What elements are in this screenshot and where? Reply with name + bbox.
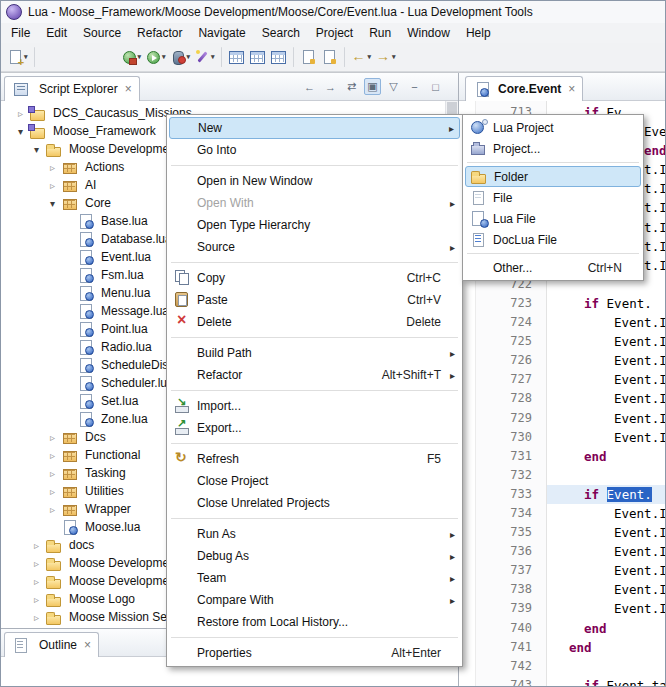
menu-item[interactable]: Refactor Alt+Shift+T bbox=[169, 364, 460, 386]
twistie-icon[interactable] bbox=[13, 108, 28, 119]
debug-icon[interactable]: ▾ bbox=[168, 44, 193, 70]
menu-item[interactable] bbox=[169, 333, 460, 342]
menu-item[interactable] bbox=[169, 258, 460, 267]
maximize-icon[interactable]: □ bbox=[427, 78, 444, 95]
menu-item[interactable]: Open Type Hierarchy bbox=[169, 214, 460, 236]
menu-item[interactable]: Team bbox=[169, 567, 460, 589]
twistie-icon[interactable] bbox=[45, 432, 60, 443]
menubar-item[interactable]: Search bbox=[254, 24, 308, 42]
menu-item[interactable]: Open in New Window bbox=[169, 170, 460, 192]
toolbar-separator[interactable] bbox=[344, 47, 345, 67]
code-line[interactable]: Event.Ini bbox=[547, 313, 665, 332]
table-view-icon[interactable] bbox=[268, 44, 289, 70]
code-line[interactable]: Event.Ini bbox=[547, 351, 665, 370]
menu-item[interactable] bbox=[169, 161, 460, 170]
table-view-icon[interactable] bbox=[247, 44, 268, 70]
twistie-icon[interactable] bbox=[45, 198, 60, 209]
menubar-item[interactable]: File bbox=[3, 24, 38, 42]
table-view-icon[interactable] bbox=[226, 44, 247, 70]
code-line[interactable]: end bbox=[547, 447, 665, 466]
code-line[interactable]: if Event. bbox=[547, 294, 665, 313]
menu-item[interactable]: Copy Ctrl+C bbox=[169, 267, 460, 289]
twistie-icon[interactable] bbox=[45, 450, 60, 461]
menu-item[interactable]: Folder bbox=[465, 166, 641, 187]
menu-item[interactable]: DocLua File bbox=[465, 229, 641, 250]
menubar-item[interactable]: Source bbox=[75, 24, 129, 42]
menubar-item[interactable]: Run bbox=[361, 24, 399, 42]
twistie-icon[interactable] bbox=[29, 540, 44, 551]
focus-icon[interactable]: ▣ bbox=[364, 78, 381, 95]
external-tools-icon[interactable]: ▾ bbox=[119, 44, 144, 70]
code-line[interactable]: Event.Ini bbox=[547, 389, 665, 408]
prev-annotation-icon[interactable] bbox=[319, 44, 340, 70]
menu-item[interactable] bbox=[169, 386, 460, 395]
menu-item[interactable]: Import... bbox=[169, 395, 460, 417]
twistie-icon[interactable] bbox=[45, 504, 60, 515]
menubar-item[interactable]: Project bbox=[308, 24, 361, 42]
code-line[interactable] bbox=[547, 657, 665, 676]
menubar-item[interactable]: Help bbox=[458, 24, 499, 42]
menu-item[interactable]: New bbox=[169, 117, 460, 139]
menu-item[interactable]: Restore from Local History... bbox=[169, 611, 460, 633]
code-line[interactable]: Event.Ini bbox=[547, 542, 665, 561]
twistie-icon[interactable] bbox=[13, 126, 28, 137]
twistie-icon[interactable] bbox=[29, 612, 44, 623]
forward-icon[interactable]: → bbox=[322, 78, 339, 95]
code-line[interactable]: Event.Ini bbox=[547, 599, 665, 618]
code-line[interactable]: end bbox=[547, 638, 665, 657]
menu-item[interactable]: Source bbox=[169, 236, 460, 258]
back-history-icon[interactable]: ▾ bbox=[349, 44, 374, 70]
code-line[interactable]: Event.Ini bbox=[547, 580, 665, 599]
menu-item[interactable]: Project... bbox=[465, 138, 641, 159]
code-line[interactable]: end bbox=[547, 619, 665, 638]
tab-core-event[interactable]: Core.Event × bbox=[465, 76, 583, 101]
code-line[interactable]: Event.Ini bbox=[547, 332, 665, 351]
twistie-icon[interactable] bbox=[29, 576, 44, 587]
twistie-icon[interactable] bbox=[45, 162, 60, 173]
code-line[interactable] bbox=[547, 466, 665, 485]
lua-wizard-icon[interactable]: ▾ bbox=[192, 44, 217, 70]
menubar-item[interactable]: Refactor bbox=[129, 24, 190, 42]
menu-item[interactable]: Lua File bbox=[465, 208, 641, 229]
menu-item[interactable]: Refresh F5 bbox=[169, 448, 460, 470]
menu-item[interactable]: Open With bbox=[169, 192, 460, 214]
code-line[interactable]: Event.Ini bbox=[547, 523, 665, 542]
code-line[interactable]: Event.Ini bbox=[547, 409, 665, 428]
menu-item[interactable]: Build Path bbox=[169, 342, 460, 364]
menu-item[interactable]: Properties Alt+Enter bbox=[169, 642, 460, 664]
tab-script-explorer[interactable]: Script Explorer × bbox=[4, 76, 140, 101]
twistie-icon[interactable] bbox=[45, 468, 60, 479]
menu-item[interactable]: Close Project bbox=[169, 470, 460, 492]
close-icon[interactable]: × bbox=[568, 82, 575, 96]
menu-item[interactable]: Delete Delete bbox=[169, 311, 460, 333]
menubar-item[interactable]: Navigate bbox=[190, 24, 253, 42]
close-icon[interactable]: × bbox=[125, 82, 132, 96]
menu-item[interactable]: Lua Project bbox=[465, 117, 641, 138]
menu-item[interactable]: Close Unrelated Projects bbox=[169, 492, 460, 514]
twistie-icon[interactable] bbox=[29, 144, 44, 155]
run-icon[interactable]: ▾ bbox=[143, 44, 168, 70]
menu-item[interactable] bbox=[465, 159, 641, 166]
twistie-icon[interactable] bbox=[45, 180, 60, 191]
minimize-icon[interactable]: − bbox=[406, 78, 423, 95]
twistie-icon[interactable] bbox=[29, 558, 44, 569]
menu-item[interactable]: Compare With bbox=[169, 589, 460, 611]
toolbar-separator[interactable] bbox=[221, 47, 222, 67]
code-line[interactable]: Event.Ini bbox=[547, 428, 665, 447]
twistie-icon[interactable] bbox=[29, 594, 44, 605]
back-icon[interactable]: ← bbox=[301, 78, 318, 95]
menu-item[interactable]: Paste Ctrl+V bbox=[169, 289, 460, 311]
tab-outline[interactable]: Outline × bbox=[4, 632, 99, 657]
close-icon[interactable]: × bbox=[84, 638, 91, 652]
menu-item[interactable]: Run As bbox=[169, 523, 460, 545]
menu-item[interactable]: Other... Ctrl+N bbox=[465, 257, 641, 278]
code-line[interactable]: if Event.ta bbox=[547, 676, 665, 686]
link-with-editor-icon[interactable]: ⇄ bbox=[343, 78, 360, 95]
menu-item[interactable]: Debug As bbox=[169, 545, 460, 567]
menubar-item[interactable]: Window bbox=[399, 24, 458, 42]
code-line[interactable]: Event.Ini bbox=[547, 561, 665, 580]
toolbar-separator[interactable] bbox=[293, 47, 294, 67]
menu-item[interactable] bbox=[465, 250, 641, 257]
toolbar-separator[interactable] bbox=[34, 47, 35, 67]
menu-item[interactable] bbox=[169, 633, 460, 642]
